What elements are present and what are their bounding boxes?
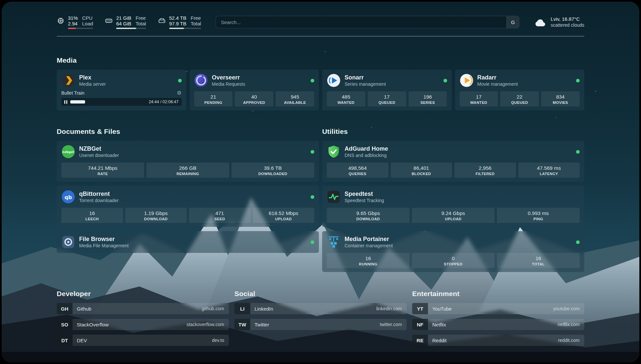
progress-fill	[70, 100, 85, 104]
stat-leech: 16 LEECH	[61, 208, 123, 223]
bookmark-name: StackOverflow	[73, 319, 109, 330]
bookmark-twitter[interactable]: TW Twitter twitter.com	[234, 319, 407, 330]
bookmark-name: YouTube	[428, 303, 452, 314]
disk-total-value: 97.9 TB	[169, 21, 186, 26]
bookmark-netflix[interactable]: NF Netflix netflix.com	[412, 319, 584, 330]
stat-running: 16 RUNNING	[327, 253, 410, 268]
stat-pending: 21 PENDING	[194, 91, 233, 106]
stat-download: 9.65 Gbps DOWNLOAD	[327, 208, 410, 223]
service-card-radarr[interactable]: Radarr Movie management 17 WANTED 22 QUE…	[455, 70, 585, 110]
bookmark-url: github.com	[202, 303, 229, 314]
bookmark-linkedin[interactable]: LI LinkedIn linkedin.com	[234, 303, 407, 314]
settings-gear-icon[interactable]: ⚙	[177, 90, 181, 96]
stat-series: 196 SERIES	[409, 91, 447, 106]
bookmark-url: youtube.com	[553, 303, 584, 314]
bookmark-dev[interactable]: DT DEV dev.to	[57, 335, 229, 346]
service-name: Sonarr	[345, 74, 386, 81]
resource-widgets: 31% CPU 2.94 Load	[57, 15, 201, 29]
service-name: Radarr	[477, 74, 518, 81]
section-media: Media Plex Media server	[57, 56, 584, 110]
stat-latency: 47.569 ms LATENCY	[518, 163, 580, 178]
service-subtitle: Container management	[345, 243, 393, 249]
stat-blocked: 86,401 BLOCKED	[391, 163, 452, 178]
service-subtitle: Media server	[79, 81, 106, 87]
bookmark-abbr: DT	[57, 335, 73, 346]
service-card-speedtest[interactable]: Speedtest Speedtest Tracking 9.65 Gbps D…	[322, 186, 584, 227]
bookmark-abbr: YT	[412, 303, 428, 314]
bookmark-name: Netflix	[428, 319, 446, 330]
sonarr-icon	[327, 74, 341, 87]
stat-remaining: 266 GB REMAINING	[146, 163, 229, 178]
service-card-plex[interactable]: Plex Media server Bullet Train ⚙ 24:44 /…	[57, 70, 186, 110]
stat-stopped: 0 STOPPED	[412, 253, 495, 268]
service-name: qBittorrent	[79, 190, 119, 197]
qbittorrent-icon: qb	[61, 190, 75, 204]
bookmark-abbr: TW	[234, 319, 250, 330]
bookmark-github[interactable]: GH Github github.com	[57, 303, 229, 314]
memory-total-value: 64 GiB	[116, 21, 131, 26]
status-dot	[576, 79, 580, 82]
disk-total-label: Total	[191, 21, 201, 26]
service-subtitle: DNS and adblocking	[345, 152, 388, 158]
service-card-overseerr[interactable]: Overseerr Media Requests 21 PENDING 40 A…	[190, 70, 319, 110]
stat-queries: 498,564 QUERIES	[327, 163, 388, 178]
weather-location: Lviv, 16.87°C	[551, 16, 584, 22]
service-name: NZBGet	[79, 145, 119, 152]
bookmark-group-entertainment: Entertainment YT YouTube youtube.com NF …	[412, 290, 584, 346]
section-title-documents: Documents & Files	[57, 128, 319, 136]
bookmark-youtube[interactable]: YT YouTube youtube.com	[412, 303, 584, 314]
bookmark-name: Twitter	[250, 319, 269, 330]
memory-widget: 21 GiB Free 64 GiB Total	[105, 15, 146, 29]
status-dot	[311, 195, 314, 199]
section-title-media: Media	[57, 56, 584, 64]
service-card-sonarr[interactable]: Sonarr Series management 485 WANTED 17 Q…	[322, 70, 452, 110]
section-title-social: Social	[234, 290, 407, 298]
bookmark-abbr: NF	[412, 319, 428, 330]
topbar-divider	[57, 36, 584, 37]
service-name: File Browser	[79, 235, 129, 243]
stat-queued: 17 QUEUED	[368, 91, 406, 106]
bookmark-url: netflix.com	[558, 319, 584, 330]
bookmark-name: Github	[73, 303, 91, 314]
plex-icon	[61, 74, 75, 87]
disk-free-value: 52.4 TB	[169, 15, 186, 21]
service-card-adguard[interactable]: AdGuard Home DNS and adblocking 498,564 …	[322, 141, 584, 182]
search-provider-button[interactable]: G	[506, 16, 519, 28]
now-playing-progress[interactable]: 24:44 / 02:06:47	[61, 98, 182, 106]
bookmark-url: dev.to	[212, 335, 229, 346]
bookmark-reddit[interactable]: RE Reddit reddit.com	[412, 335, 584, 346]
service-subtitle: Speedtest Tracking	[345, 197, 384, 203]
stat-rate: 744.21 Mbps RATE	[61, 163, 144, 178]
service-name: AdGuard Home	[345, 145, 388, 152]
bookmark-url: linkedin.com	[376, 303, 407, 314]
now-playing-time: 24:44 / 02:06:47	[149, 100, 178, 104]
service-card-nzbget[interactable]: nzbget NZBGet Usenet downloader 744.21 M…	[57, 141, 319, 182]
pause-icon[interactable]	[64, 100, 67, 104]
stat-ping: 0.993 ms PING	[497, 208, 580, 223]
service-card-qbittorrent[interactable]: qb qBittorrent Torrent downloader 16	[57, 186, 319, 227]
status-dot	[178, 79, 182, 82]
service-card-portainer[interactable]: Media Portainer Container management 16 …	[322, 231, 584, 272]
service-subtitle: Torrent downloader	[79, 197, 119, 203]
cpu-load-label: Load	[82, 21, 93, 26]
bookmark-stackoverflow[interactable]: SO StackOverflow stackoverflow.com	[57, 319, 229, 330]
stat-wanted: 17 WANTED	[460, 91, 498, 106]
stat-total: 16 TOTAL	[497, 253, 580, 268]
service-subtitle: Media Requests	[212, 81, 245, 87]
portainer-icon	[327, 235, 341, 249]
cloud-icon	[534, 17, 546, 27]
memory-icon	[105, 17, 113, 25]
search-input[interactable]	[216, 16, 506, 28]
section-title-utilities: Utilities	[322, 128, 584, 136]
weather-widget: Lviv, 16.87°C scattered clouds	[534, 16, 584, 28]
speedtest-icon	[327, 190, 341, 204]
section-documents: Documents & Files nzbget NZBGet Usenet d…	[57, 128, 319, 253]
bookmark-group-social: Social LI LinkedIn linkedin.com TW Twitt…	[234, 290, 407, 346]
service-subtitle: Usenet downloader	[79, 152, 119, 158]
stat-movies: 834 MOVIES	[541, 91, 580, 106]
cpu-widget: 31% CPU 2.94 Load	[57, 15, 93, 29]
bookmark-url: twitter.com	[380, 319, 407, 330]
stat-download: 1.19 Gbps DOWNLOAD	[125, 208, 187, 223]
service-card-filebrowser[interactable]: File Browser Media File Management	[57, 231, 319, 253]
disk-widget: 52.4 TB Free 97.9 TB Total	[158, 15, 201, 29]
